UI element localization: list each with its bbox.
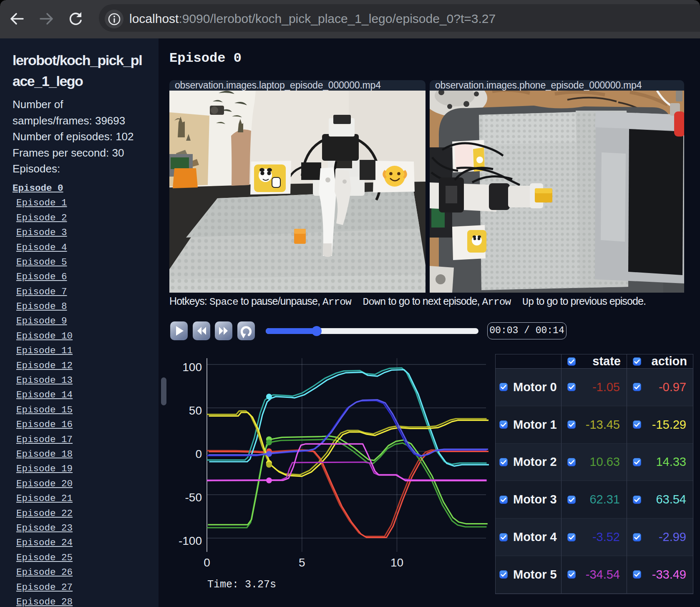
svg-text:10: 10 xyxy=(390,556,403,569)
svg-text:0: 0 xyxy=(195,448,202,460)
svg-text:5: 5 xyxy=(299,556,305,569)
svg-text:-50: -50 xyxy=(185,491,202,504)
svg-text:50: 50 xyxy=(189,404,202,417)
svg-text:100: 100 xyxy=(182,361,202,374)
svg-text:0: 0 xyxy=(204,556,210,569)
svg-text:-100: -100 xyxy=(179,534,202,547)
